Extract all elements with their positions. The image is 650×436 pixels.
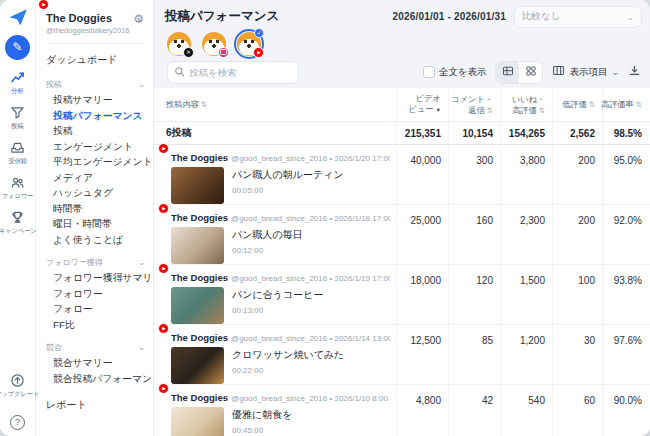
rail-item-label: 受信箱: [8, 157, 27, 166]
cell-comments: 85: [448, 325, 500, 384]
table-row[interactable]: ▶ The Doggies@good_bread_since_2016 • 20…: [154, 265, 650, 325]
date-range[interactable]: 2026/01/01 - 2026/01/31: [392, 11, 506, 22]
view-mode-segment: [495, 61, 543, 84]
table-row[interactable]: ▶ The Doggies@good_bread_since_2016 • 20…: [154, 385, 650, 436]
sidebar-item-ff-ratio[interactable]: FF比: [36, 318, 153, 334]
post-title: パン職人の毎日: [232, 228, 303, 242]
compare-select[interactable]: 比較なし ⌄: [514, 6, 642, 28]
account-tab-instagram[interactable]: [202, 32, 226, 56]
youtube-badge-icon: ▶: [253, 47, 264, 58]
table-row[interactable]: ▶ The Doggies@good_bread_since_2016 • 20…: [154, 145, 650, 205]
column-header-post-content[interactable]: 投稿内容 ⇅: [154, 88, 396, 121]
rail-item-followers[interactable]: フォロワー: [1, 175, 34, 201]
sidebar-item-dashboard[interactable]: ダッシュボード: [36, 50, 153, 70]
chevron-down-icon: ⌄: [138, 343, 145, 352]
search-input[interactable]: [189, 67, 292, 78]
columns-button[interactable]: 表示項目 ⌄: [552, 63, 619, 81]
sidebar-item-follower-growth-summary[interactable]: フォロワー獲得サマリー: [36, 271, 153, 287]
summary-post-count: 6投稿: [154, 122, 396, 144]
rail-item-inbox[interactable]: 受信箱: [8, 140, 28, 166]
post-meta: @good_bread_since_2016 • 2026/1/18 17:00: [231, 214, 390, 223]
table-row[interactable]: ▶ The Doggies@good_bread_since_2016 • 20…: [154, 205, 650, 265]
chevron-down-icon: ⌄: [138, 80, 145, 89]
app-window: ✎ 分析 投稿 受信箱 フォロワー キャンペーン アップグレード ?: [0, 0, 650, 436]
sidebar-section-follower-growth[interactable]: フォロワー獲得 ⌄: [36, 253, 153, 271]
post-thumbnail: [171, 347, 224, 384]
post-title: パン職人の朝ルーティン: [232, 168, 344, 182]
cell-dislikes: 30: [552, 325, 602, 384]
download-button[interactable]: [628, 63, 641, 81]
column-header-like-rate[interactable]: 高評価率⇅: [602, 88, 649, 121]
post-account: The Doggies: [171, 212, 228, 223]
grid-view-button[interactable]: [519, 62, 542, 83]
sidebar-item-competitor-summary[interactable]: 競合サマリー: [36, 356, 153, 372]
account-handle: @thedoggiesbakery2016: [46, 26, 145, 35]
fulltext-checkbox[interactable]: [423, 66, 435, 78]
divider: [46, 43, 145, 44]
sidebar-item-weekday-timeband[interactable]: 曜日・時間帯: [36, 217, 153, 233]
sidebar-item-timeband[interactable]: 時間帯: [36, 202, 153, 218]
youtube-badge-icon: ▶: [158, 263, 169, 274]
search-box[interactable]: [167, 61, 299, 84]
cell-likes: 540: [500, 385, 552, 436]
table-view-button[interactable]: [496, 62, 519, 83]
sort-icon: ⇅: [636, 100, 642, 109]
help-icon[interactable]: ?: [10, 415, 25, 430]
sidebar-item-posts[interactable]: 投稿: [36, 124, 153, 140]
sidebar-section-competitors[interactable]: 競合 ⌄: [36, 338, 153, 356]
sort-icon: ⇅: [201, 100, 207, 109]
gear-icon[interactable]: ⚙: [133, 12, 144, 26]
compose-button[interactable]: ✎: [5, 35, 30, 60]
cell-like-rate: 97.6%: [602, 325, 649, 384]
rail-item-analytics[interactable]: 分析: [10, 70, 25, 96]
people-icon: [10, 175, 25, 190]
post-account: The Doggies: [171, 152, 228, 163]
sidebar-item-follows[interactable]: フォロー: [36, 302, 153, 318]
sidebar-item-hashtag[interactable]: ハッシュタグ: [36, 186, 153, 202]
column-header-dislikes[interactable]: 低評価⇅: [552, 88, 602, 121]
cell-video-views: 40,000: [396, 145, 448, 204]
inbox-icon: [10, 140, 25, 155]
chevron-down-icon: ⌄: [138, 258, 145, 267]
rail-item-campaign[interactable]: キャンペーン: [0, 210, 37, 236]
youtube-badge-icon: ▶: [158, 143, 169, 154]
sidebar-item-engagement[interactable]: エンゲージメント: [36, 140, 153, 156]
sidebar-item-media[interactable]: メディア: [36, 171, 153, 187]
fulltext-toggle[interactable]: 全文を表示: [423, 66, 487, 79]
youtube-badge-icon: ▶: [38, 0, 49, 10]
cell-dislikes: 200: [552, 205, 602, 264]
sidebar: ▶ ⚙ The Doggies ⌄ @thedoggiesbakery2016 …: [36, 0, 154, 436]
sort-icon: ⇅: [539, 106, 545, 115]
account-tab-x[interactable]: ✕: [167, 32, 191, 56]
x-badge-icon: ✕: [183, 47, 194, 58]
table-row[interactable]: ▶ The Doggies@good_bread_since_2016 • 20…: [154, 325, 650, 385]
cell-comments: 300: [448, 145, 500, 204]
grid-view-icon: [525, 63, 537, 81]
column-header-likes[interactable]: いいね・ 高評価⇅: [500, 88, 552, 121]
sidebar-item-report[interactable]: レポート: [36, 396, 153, 414]
post-duration: 00:45:00: [232, 426, 292, 435]
cell-like-rate: 92.0%: [602, 205, 649, 264]
sidebar-item-post-performance[interactable]: 投稿パフォーマンス: [36, 109, 153, 125]
post-title: 優雅に朝食を: [232, 408, 292, 422]
sort-icon: ⇅: [589, 100, 595, 109]
sidebar-item-competitor-post-performance[interactable]: 競合投稿パフォーマンス: [36, 372, 153, 388]
sidebar-section-posts[interactable]: 投稿 ⌄: [36, 75, 153, 93]
accounts-bar: ✕ ▶ ✓: [154, 27, 650, 58]
sidebar-nav: ダッシュボード 投稿 ⌄ 投稿サマリー 投稿パフォーマンス 投稿 エンゲージメン…: [36, 44, 153, 414]
account-tab-youtube[interactable]: ▶ ✓: [237, 32, 261, 56]
youtube-badge-icon: ▶: [158, 203, 169, 214]
post-meta: @good_bread_since_2016 • 2026/1/19 17:00: [231, 274, 390, 283]
cell-likes: 1,500: [500, 265, 552, 324]
column-header-video-views[interactable]: ビデオ ビュー▼: [396, 88, 448, 121]
sidebar-item-post-summary[interactable]: 投稿サマリー: [36, 93, 153, 109]
rail-item-posts[interactable]: 投稿: [10, 105, 25, 131]
sidebar-item-followers[interactable]: フォロワー: [36, 287, 153, 303]
sidebar-item-frequent-words[interactable]: よく使うことば: [36, 233, 153, 249]
rail-item-upgrade[interactable]: アップグレード: [0, 373, 41, 399]
account-switcher[interactable]: The Doggies ⌄: [46, 12, 145, 24]
column-header-comments[interactable]: コメント・ 返信⇅: [448, 88, 500, 121]
socialdog-logo-icon[interactable]: [8, 7, 28, 27]
sidebar-item-avg-engagement[interactable]: 平均エンゲージメント: [36, 155, 153, 171]
chevron-down-icon: ⌄: [611, 67, 619, 77]
